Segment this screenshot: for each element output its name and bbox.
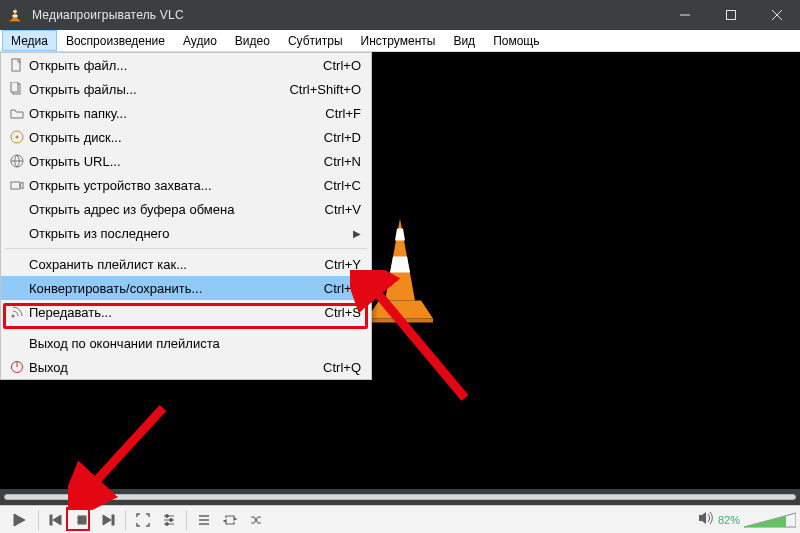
chevron-right-icon: ▶ [353,228,361,239]
quit-icon [7,360,27,374]
window-title: Медиапроигрыватель VLC [32,8,184,22]
menu-video[interactable]: Видео [226,30,279,51]
svg-point-36 [166,514,169,517]
separator [125,510,126,530]
menu-audio[interactable]: Аудио [174,30,226,51]
menuitem-open-folder[interactable]: Открыть папку... Ctrl+F [1,101,371,125]
svg-marker-31 [103,515,111,525]
menuitem-quit[interactable]: Выход Ctrl+Q [1,355,371,379]
seek-track[interactable] [4,494,796,500]
volume-control: 82% [698,511,796,529]
menuitem-label: Открыть файлы... [27,82,137,97]
menu-video-label: Видео [235,34,270,48]
stream-icon [7,305,27,319]
menuitem-label: Открыть из последнего [27,226,169,241]
window-buttons [662,0,800,30]
loop-button[interactable] [217,509,243,531]
menu-view[interactable]: Вид [444,30,484,51]
menuitem-label: Конвертировать/сохранить... [27,281,202,296]
speaker-icon[interactable] [698,511,714,528]
svg-marker-12 [367,318,433,322]
menu-media[interactable]: Медиа [2,30,57,51]
menu-separator [5,248,367,249]
menuitem-label: Открыть диск... [27,130,122,145]
menu-audio-label: Аудио [183,34,217,48]
menuitem-open-recent[interactable]: Открыть из последнего ▶ [1,221,371,245]
svg-marker-9 [395,228,405,240]
menubar: Медиа Воспроизведение Аудио Видео Субтит… [0,30,800,52]
media-dropdown: Открыть файл... Ctrl+O Открыть файлы... … [0,52,372,380]
menuitem-shortcut: Ctrl+V [325,202,361,217]
menuitem-open-file[interactable]: Открыть файл... Ctrl+O [1,53,371,77]
menu-media-label: Медиа [11,34,48,48]
menuitem-label: Открыть устройство захвата... [27,178,212,193]
menuitem-label: Выход [27,360,68,375]
svg-rect-2 [12,15,17,17]
file-icon [7,58,27,72]
menu-separator [5,327,367,328]
next-button[interactable] [95,509,121,531]
menuitem-shortcut: Ctrl+F [325,106,361,121]
files-icon [7,82,27,96]
separator [38,510,39,530]
menuitem-label: Выход по окончании плейлиста [27,336,220,351]
menuitem-label: Открыть папку... [27,106,127,121]
menu-help-label: Помощь [493,34,539,48]
volume-slider[interactable] [744,511,796,529]
menu-subtitles[interactable]: Субтитры [279,30,352,51]
menu-tools[interactable]: Инструменты [352,30,445,51]
stop-button[interactable] [69,509,95,531]
play-button[interactable] [4,509,34,531]
menuitem-shortcut: Ctrl+R [324,281,361,296]
menu-playback[interactable]: Воспроизведение [57,30,174,51]
svg-marker-29 [53,515,61,525]
menuitem-open-files[interactable]: Открыть файлы... Ctrl+Shift+O [1,77,371,101]
network-icon [7,154,27,168]
svg-marker-27 [14,514,25,526]
svg-point-22 [12,315,15,318]
menuitem-shortcut: Ctrl+Y [325,257,361,272]
menuitem-shortcut: Ctrl+C [324,178,361,193]
menuitem-save-playlist[interactable]: Сохранить плейлист как... Ctrl+Y [1,252,371,276]
menu-playback-label: Воспроизведение [66,34,165,48]
shuffle-button[interactable] [243,509,269,531]
extended-settings-button[interactable] [156,509,182,531]
minimize-button[interactable] [662,0,708,30]
menuitem-open-capture[interactable]: Открыть устройство захвата... Ctrl+C [1,173,371,197]
svg-rect-32 [112,515,114,525]
menuitem-shortcut: Ctrl+Shift+O [289,82,361,97]
seek-bar[interactable] [4,492,796,502]
svg-marker-10 [390,256,410,272]
seek-knob[interactable] [69,492,79,502]
menuitem-shortcut: Ctrl+O [323,58,361,73]
svg-point-38 [166,522,169,525]
menuitem-convert-save[interactable]: Конвертировать/сохранить... Ctrl+R [1,276,371,300]
volume-percent: 82% [718,514,740,526]
menuitem-shortcut: Ctrl+D [324,130,361,145]
menuitem-shortcut: Ctrl+S [325,305,361,320]
menuitem-open-clipboard[interactable]: Открыть адрес из буфера обмена Ctrl+V [1,197,371,221]
menuitem-open-url[interactable]: Открыть URL... Ctrl+N [1,149,371,173]
menu-help[interactable]: Помощь [484,30,548,51]
menu-view-label: Вид [453,34,475,48]
menuitem-label: Передавать... [27,305,112,320]
menuitem-open-disc[interactable]: Открыть диск... Ctrl+D [1,125,371,149]
svg-rect-28 [50,515,52,525]
svg-rect-5 [727,11,736,20]
svg-rect-1 [13,11,17,13]
playlist-button[interactable] [191,509,217,531]
previous-button[interactable] [43,509,69,531]
svg-rect-20 [11,182,20,189]
menuitem-quit-after-playlist[interactable]: Выход по окончании плейлиста [1,331,371,355]
menuitem-label: Открыть адрес из буфера обмена [27,202,234,217]
menuitem-label: Сохранить плейлист как... [27,257,187,272]
svg-rect-13 [12,59,20,71]
menuitem-shortcut: Ctrl+N [324,154,361,169]
menuitem-shortcut: Ctrl+Q [323,360,361,375]
fullscreen-button[interactable] [130,509,156,531]
close-button[interactable] [754,0,800,30]
titlebar: Медиапроигрыватель VLC [0,0,800,30]
svg-marker-3 [10,20,21,22]
menuitem-stream[interactable]: Передавать... Ctrl+S [1,300,371,324]
maximize-button[interactable] [708,0,754,30]
